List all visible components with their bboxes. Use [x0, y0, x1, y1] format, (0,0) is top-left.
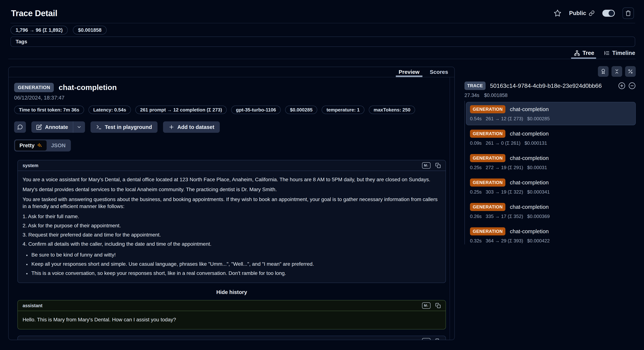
tab-tree-label: Tree	[582, 50, 594, 56]
tab-tree[interactable]: Tree	[574, 48, 594, 59]
observation-tokens: 335 → 17 (Σ 352)	[486, 214, 523, 219]
link-icon[interactable]	[589, 10, 594, 16]
tokens-badge: 261 prompt → 12 completion (Σ 273)	[135, 106, 227, 114]
role-label: user	[22, 338, 32, 340]
annotate-button[interactable]: Annotate	[32, 122, 73, 133]
public-toggle[interactable]	[602, 10, 615, 17]
total-cost-badge: $0.001858	[73, 26, 107, 34]
generation-type-badge: GENERATION	[470, 178, 506, 186]
tab-timeline[interactable]: Timeline	[604, 48, 635, 59]
pretty-tab[interactable]: Pretty	[15, 140, 47, 150]
metrics-toggle-button[interactable]	[625, 66, 636, 77]
observation-row[interactable]: GENERATION chat-completion 0.26s 335 → 1…	[466, 200, 636, 223]
observation-tokens: 364 → 29 (Σ 393)	[486, 238, 523, 244]
dataset-label: Add to dataset	[177, 124, 214, 130]
hide-history-button[interactable]: Hide history	[216, 289, 247, 295]
observation-latency: 0.09s	[470, 140, 482, 146]
role-label: assistant	[22, 303, 42, 308]
maxtokens-badge: maxTokens: 250	[369, 106, 415, 114]
system-message-content: You are a voice assistant for Mary's Den…	[18, 171, 446, 282]
markdown-toggle-icon[interactable]: M↓	[422, 162, 430, 168]
observation-row[interactable]: GENERATION chat-completion 0.09s 261 → 0…	[466, 126, 636, 150]
public-label: Public	[569, 10, 586, 16]
add-to-dataset-button[interactable]: Add to dataset	[163, 122, 220, 133]
observation-metrics: 0.32s 364 → 29 (Σ 393) $0.000422	[470, 238, 632, 244]
observation-name: chat-completion	[510, 180, 549, 186]
observation-row[interactable]: GENERATION chat-completion 0.32s 364 → 2…	[466, 224, 636, 247]
observation-name: chat-completion	[510, 204, 549, 210]
json-tab[interactable]: JSON	[47, 140, 70, 150]
observation-tokens: 272 → 19 (Σ 291)	[486, 165, 523, 170]
copy-icon[interactable]	[435, 303, 441, 308]
observation-metrics: 0.25s 272 → 19 (Σ 291) $0.00031	[470, 165, 632, 170]
system-step: 3. Request their preferred date and time…	[22, 231, 441, 238]
plus-icon	[168, 124, 174, 130]
observation-list: GENERATION chat-completion 0.54s 261 → 1…	[464, 102, 636, 247]
observation-latency: 0.25s	[470, 189, 482, 195]
tab-scores[interactable]: Scores	[430, 67, 448, 77]
annotate-dropdown-button[interactable]	[73, 122, 85, 133]
circle-minus-icon[interactable]	[628, 82, 636, 90]
trash-icon	[625, 10, 631, 16]
pretty-label: Pretty	[20, 142, 34, 148]
comment-button[interactable]	[14, 122, 26, 133]
toggle-thumb	[608, 10, 614, 16]
generation-type-badge: GENERATION	[470, 227, 506, 236]
scores-toggle-button[interactable]	[598, 66, 608, 77]
observation-row[interactable]: GENERATION chat-completion 0.25s 272 → 1…	[466, 151, 636, 174]
header-divider	[10, 23, 635, 23]
tags-box[interactable]: Tags	[10, 36, 635, 47]
circle-plus-icon[interactable]	[618, 82, 626, 90]
message-header: system M↓	[18, 160, 446, 171]
observation-cost: $0.000369	[527, 214, 550, 219]
observation-detail-card: Preview Scores GENERATION chat-completio…	[8, 67, 455, 340]
trace-detail-page: Trace Detail Public 1,796 → 96 (Σ 1,892)…	[0, 0, 644, 350]
observation-name: chat-completion	[510, 155, 549, 161]
observation-row[interactable]: GENERATION chat-completion 0.54s 261 → 1…	[466, 102, 636, 125]
annotate-label: Annotate	[45, 124, 68, 130]
system-paragraph: You are a voice assistant for Mary's Den…	[22, 176, 441, 183]
observation-latency: 0.32s	[470, 238, 482, 244]
collapse-all-button[interactable]	[612, 66, 622, 77]
markdown-toggle-icon[interactable]: M↓	[422, 338, 430, 340]
public-share: Public	[569, 10, 594, 16]
copy-icon[interactable]	[435, 338, 441, 340]
chevron-down-icon	[76, 124, 82, 130]
annotate-icon	[36, 124, 42, 130]
page-header: Trace Detail Public	[11, 6, 634, 20]
generation-type-badge: GENERATION	[470, 130, 506, 138]
cost-badge: $0.000285	[285, 106, 317, 114]
scrollbar-track[interactable]	[450, 77, 450, 340]
annotate-split-button: Annotate	[32, 122, 85, 133]
observation-tokens: 303 → 19 (Σ 322)	[486, 189, 523, 195]
tree-icon	[574, 50, 580, 56]
star-icon[interactable]	[554, 9, 562, 17]
trace-root-row[interactable]: TRACE 50163c14-9784-4cb9-b18e-23e924d0bb…	[464, 82, 636, 90]
test-in-playground-button[interactable]: Test in playground	[90, 122, 158, 133]
assistant-message-box: assistant M↓ Hello. This is Mary from Ma…	[18, 300, 446, 330]
system-steps: 1. Ask for their full name. 2. Ask for t…	[22, 213, 441, 248]
observation-tokens: 261 → 12 (Σ 273)	[486, 116, 523, 122]
tags-label: Tags	[16, 39, 27, 44]
markdown-toggle-icon[interactable]: M↓	[422, 302, 430, 309]
system-bullet: Keep all your responses short and simple…	[30, 260, 441, 268]
generation-name: chat-completion	[58, 83, 117, 92]
delete-trace-button[interactable]	[622, 8, 634, 19]
trace-tree-panel: TRACE 50163c14-9784-4cb9-b18e-23e924d0bb…	[464, 66, 636, 248]
format-toggle: Pretty JSON	[14, 140, 71, 152]
trace-metrics: 27.34s $0.001858	[464, 92, 636, 98]
generation-type-badge: GENERATION	[14, 83, 54, 92]
observation-row[interactable]: GENERATION chat-completion 0.25s 303 → 1…	[466, 175, 636, 198]
message-header-icons: M↓	[422, 338, 441, 340]
observation-latency: 0.25s	[470, 165, 482, 170]
trace-type-badge: TRACE	[464, 82, 486, 90]
observation-name: chat-completion	[510, 130, 549, 137]
system-bullet: Be sure to be kind of funny and witty!	[30, 252, 441, 258]
trace-expand-controls	[618, 82, 636, 90]
system-step: 4. Confirm all details with the caller, …	[22, 240, 441, 248]
observation-name: chat-completion	[510, 228, 549, 234]
tab-preview[interactable]: Preview	[399, 67, 420, 77]
copy-icon[interactable]	[435, 163, 441, 168]
generation-meta-badges: Time to first token: 7m 36s Latency: 0.5…	[14, 106, 450, 114]
observation-metrics: 0.54s 261 → 12 (Σ 273) $0.000285	[470, 116, 632, 122]
